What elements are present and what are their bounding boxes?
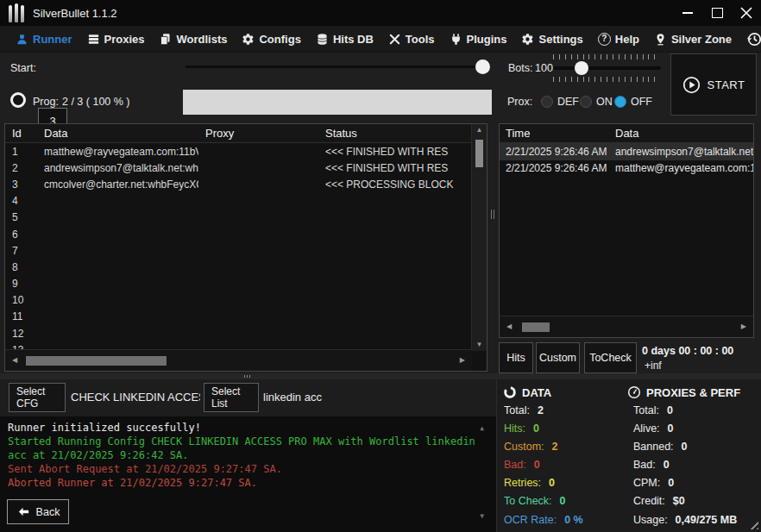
menu-item-runner[interactable]: Runner: [16, 33, 72, 46]
runner-controls: Start: 3 Bots: 100 Prog: 2 / 3 ( 100 % )…: [0, 53, 761, 121]
bots-slider[interactable]: [553, 66, 661, 70]
menu-item-tools[interactable]: Tools: [388, 33, 435, 46]
cell-id: 6: [5, 228, 37, 241]
table-row[interactable]: 1matthew@rayvegateam.com:11bVb<<< FINISH…: [5, 143, 472, 160]
stat-row: Banned:0: [633, 441, 688, 453]
settings-icon: [521, 33, 534, 46]
menu-item-hits-db[interactable]: Hits DB: [316, 33, 374, 46]
start-button[interactable]: START: [670, 53, 757, 116]
menu-item-silver-zone[interactable]: Silver Zone: [654, 33, 732, 46]
stat-label: Bad:: [504, 459, 526, 471]
menu-item-help[interactable]: ? Help: [598, 33, 639, 46]
menu-item-wordlists[interactable]: Wordlists: [159, 33, 227, 46]
stat-value: 0: [549, 477, 555, 489]
bots-slider-thumb[interactable]: [575, 61, 588, 75]
table-row[interactable]: 2/21/2025 9:26:46 AM matthew@rayvegateam…: [500, 160, 753, 178]
horizontal-splitter[interactable]: [0, 373, 761, 379]
history-button[interactable]: [746, 31, 761, 47]
start-slider-thumb[interactable]: [475, 59, 490, 74]
scroll-left-icon[interactable]: ◀: [12, 354, 17, 366]
select-config-button[interactable]: Select CFG: [9, 383, 66, 412]
menu-item-configs[interactable]: Configs: [242, 33, 300, 46]
eta-value: +inf: [645, 360, 662, 372]
tab-custom[interactable]: Custom: [536, 342, 580, 373]
scroll-up-icon[interactable]: ▲: [480, 422, 484, 435]
scroll-up-icon[interactable]: ▲: [476, 124, 483, 136]
menu-item-label: Runner: [33, 33, 72, 46]
cell-id: 10: [5, 294, 37, 306]
maximize-icon: [712, 8, 723, 18]
stats-panel: DATA Total:2 Hits:0 Custom:2 Bad:0 Retri…: [496, 379, 761, 532]
stat-row: Bad:0: [504, 459, 540, 471]
cell-status: <<< FINISHED WITH RES: [318, 162, 472, 174]
back-button[interactable]: Back: [7, 499, 69, 524]
back-arrow-icon: [16, 505, 31, 518]
scroll-down-icon[interactable]: ▼: [476, 339, 483, 351]
scrollbar-thumb[interactable]: [26, 356, 167, 366]
scroll-right-icon[interactable]: ▶: [741, 321, 746, 333]
table-row[interactable]: 2/21/2025 9:26:46 AM andrewsimpson7@talk…: [500, 143, 753, 160]
table-row[interactable]: 12: [5, 325, 472, 341]
vertical-splitter[interactable]: [487, 123, 498, 372]
menu-item-label: Silver Zone: [671, 33, 732, 46]
table-row[interactable]: 2andrewsimpson7@talktalk.net:whbF<<< FIN…: [5, 160, 472, 176]
log-line: Sent Abort Request at 21/02/2025 9:27:47…: [8, 462, 496, 476]
stat-label: Custom:: [504, 441, 544, 453]
minimize-button[interactable]: [673, 0, 702, 26]
proxy-off-label: OFF: [631, 96, 652, 108]
maximize-button[interactable]: [702, 0, 732, 26]
tab-tocheck[interactable]: ToCheck: [584, 342, 637, 373]
scrollbar-thumb[interactable]: [475, 140, 483, 167]
progress-value: 2 / 3 ( 100 % ): [62, 96, 130, 108]
donut-chart-icon: [503, 385, 517, 399]
select-list-button[interactable]: Select List: [204, 383, 259, 412]
menu-item-proxies[interactable]: Proxies: [87, 33, 145, 46]
menu-bar: Runner Proxies Wordlists Configs Hits DB…: [0, 26, 761, 53]
results-table-body: 1matthew@rayvegateam.com:11bVb<<< FINISH…: [5, 143, 472, 351]
hits-table-header: Time Data: [500, 124, 753, 143]
proxy-off-radio[interactable]: [614, 96, 626, 108]
close-button[interactable]: [732, 0, 761, 26]
table-row[interactable]: 7: [5, 242, 472, 259]
start-slider[interactable]: [186, 66, 490, 68]
scroll-right-icon[interactable]: ▶: [460, 354, 465, 366]
resize-grip[interactable]: [747, 518, 758, 529]
horizontal-scrollbar[interactable]: ◀ ▶: [500, 316, 753, 337]
stat-row: Usage:0,49/275 MB: [633, 514, 737, 526]
stat-row: Total:0: [633, 404, 673, 416]
tools-icon: [388, 33, 401, 46]
table-row[interactable]: 5: [5, 210, 472, 226]
tab-hits[interactable]: Hits: [499, 342, 533, 373]
stat-row: Bad:0: [633, 459, 670, 471]
scroll-left-icon[interactable]: ◀: [506, 321, 512, 333]
col-header-proxy: Proxy: [198, 127, 318, 140]
table-row[interactable]: 11: [5, 309, 472, 325]
cell-status: <<< FINISHED WITH RES: [318, 146, 472, 158]
cell-id: 11: [5, 310, 37, 322]
cell-time: 2/21/2025 9:26:46 AM: [500, 146, 609, 158]
scrollbar-thumb[interactable]: [522, 322, 550, 332]
section-title: DATA: [522, 386, 551, 399]
menu-item-settings[interactable]: Settings: [521, 33, 582, 46]
table-row[interactable]: 8: [5, 259, 472, 275]
stat-value: 0: [668, 422, 674, 435]
menu-item-label: Settings: [538, 33, 582, 46]
horizontal-scrollbar[interactable]: ◀ ▶: [5, 349, 472, 371]
proxy-def-label: DEF: [557, 96, 579, 108]
proxy-def-radio[interactable]: [541, 96, 553, 108]
stat-row: OCR Rate:0 %: [504, 514, 583, 526]
menu-item-plugins[interactable]: Plugins: [450, 33, 507, 46]
scroll-down-icon[interactable]: ▼: [480, 510, 484, 523]
col-header-time: Time: [500, 127, 609, 140]
gauge-icon: [627, 385, 641, 399]
proxy-on-radio[interactable]: [580, 96, 592, 108]
table-row[interactable]: 10: [5, 292, 472, 309]
table-row[interactable]: 6: [5, 226, 472, 242]
cell-time: 2/21/2025 9:26:46 AM: [500, 162, 609, 174]
table-row[interactable]: 3cmcolver@charter.net:whbFeycXG<<< PROCE…: [5, 176, 472, 192]
table-row[interactable]: 9: [5, 276, 472, 292]
table-row[interactable]: 4: [5, 193, 472, 210]
button-label: Select CFG: [16, 385, 58, 410]
stat-row: Total:2: [504, 404, 544, 416]
vertical-scrollbar[interactable]: ▲ ▼: [471, 124, 487, 351]
